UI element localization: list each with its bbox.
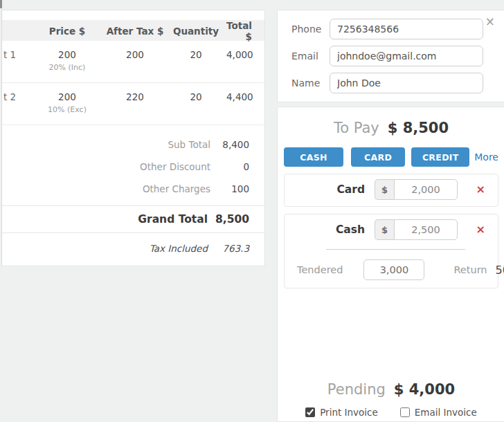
phone-input[interactable] xyxy=(330,19,483,39)
other-charges-value: 100 xyxy=(210,183,264,194)
email-row: Email xyxy=(291,46,504,66)
card-payment-entry: Card $ × xyxy=(284,174,498,207)
email-label: Email xyxy=(291,51,330,62)
item-quantity: 20 xyxy=(165,91,226,125)
remove-cash-icon[interactable]: × xyxy=(476,224,489,235)
invoice-options-row: Print Invoice Email Invoice xyxy=(284,407,498,418)
table-row-item-1: t 1 200 20% (Inc) 200 20 4,000 xyxy=(2,41,264,83)
item-tax-note: 20% (Inc) xyxy=(30,63,105,72)
other-discount-value: 0 xyxy=(210,161,264,172)
tax-included-row: Tax Included 763.3 xyxy=(2,233,264,264)
name-row: Name xyxy=(291,73,504,93)
card-amount-group: $ xyxy=(375,179,458,200)
more-link[interactable]: More xyxy=(474,152,498,163)
summary-row-other-discount: Other Discount 0 xyxy=(2,156,264,178)
scrollbar-notch xyxy=(0,0,2,8)
name-field[interactable] xyxy=(330,73,483,93)
table-row-item-2: t 2 200 10% (Exc) 220 20 4,400 xyxy=(2,83,264,125)
cash-amount-group: $ xyxy=(375,219,458,240)
cash-entry-row: Cash $ × xyxy=(293,219,489,240)
phone-row: Phone xyxy=(291,19,504,39)
pending-row: Pending $ 4,000 xyxy=(284,381,498,398)
email-invoice-label: Email Invoice xyxy=(415,407,477,418)
print-invoice-option: Print Invoice xyxy=(305,407,378,418)
item-total: 4,000 xyxy=(226,49,269,82)
grand-total-value: 8,500 xyxy=(208,213,264,226)
cash-amount-input[interactable] xyxy=(394,219,458,240)
pending-label: Pending xyxy=(327,381,386,398)
item-price-cell: 200 10% (Exc) xyxy=(30,91,105,125)
card-entry-label: Card xyxy=(293,183,375,196)
tax-included-label: Tax Included xyxy=(150,243,208,254)
item-quantity: 20 xyxy=(165,49,226,82)
subtotal-value: 8,400 xyxy=(210,139,264,150)
print-invoice-checkbox[interactable] xyxy=(305,407,315,417)
dollar-prefix: $ xyxy=(375,219,394,240)
to-pay-value: $ 8,500 xyxy=(388,120,449,136)
to-pay-row: To Pay $ 8,500 xyxy=(284,120,498,136)
item-tax-note: 10% (Exc) xyxy=(30,105,105,114)
close-icon[interactable]: × xyxy=(485,16,495,28)
invoice-summary: Sub Total 8,400 Other Discount 0 Other C… xyxy=(2,125,264,205)
subtotal-label: Sub Total xyxy=(168,139,210,150)
invoice-table-header: Price $ After Tax $ Quantity Total $ xyxy=(2,20,264,41)
cash-button[interactable]: CASH xyxy=(284,147,343,167)
email-field[interactable] xyxy=(330,46,483,66)
name-label: Name xyxy=(291,77,330,89)
item-after-tax: 200 xyxy=(105,49,165,82)
grand-total-label: Grand Total xyxy=(138,213,208,226)
other-charges-label: Other Charges xyxy=(143,183,210,194)
card-amount-input[interactable] xyxy=(394,179,458,200)
return-value: 500 xyxy=(496,264,504,277)
email-invoice-option: Email Invoice xyxy=(400,407,477,418)
invoice-panel: Price $ After Tax $ Quantity Total $ t 1… xyxy=(1,10,265,266)
dollar-prefix: $ xyxy=(375,179,394,200)
item-price: 200 xyxy=(30,49,105,60)
item-name: t 1 xyxy=(2,49,30,82)
other-discount-label: Other Discount xyxy=(140,161,210,172)
payment-methods-row: CASH CARD CREDIT More xyxy=(284,147,498,167)
summary-row-other-charges: Other Charges 100 xyxy=(2,178,264,200)
total-column-header: Total $ xyxy=(226,20,267,42)
item-price: 200 xyxy=(30,91,105,102)
price-column-header: Price $ xyxy=(30,26,105,37)
divider xyxy=(326,249,465,250)
after-tax-column-header: After Tax $ xyxy=(105,26,165,37)
tendered-label: Tendered xyxy=(297,264,343,275)
customer-panel: × Phone Email Name xyxy=(277,10,504,102)
tax-included-value: 763.3 xyxy=(208,243,264,254)
to-pay-label: To Pay xyxy=(334,120,379,136)
cash-entry-label: Cash xyxy=(293,223,375,236)
card-button[interactable]: CARD xyxy=(351,147,405,167)
item-name: t 2 xyxy=(2,91,30,125)
print-invoice-label: Print Invoice xyxy=(320,407,378,418)
payment-panel: To Pay $ 8,500 CASH CARD CREDIT More Car… xyxy=(277,107,504,422)
remove-card-icon[interactable]: × xyxy=(476,184,489,195)
quantity-column-header: Quantity xyxy=(165,26,226,37)
credit-button[interactable]: CREDIT xyxy=(411,147,469,167)
phone-label: Phone xyxy=(291,24,330,35)
email-invoice-checkbox[interactable] xyxy=(400,407,410,417)
item-price-cell: 200 20% (Inc) xyxy=(30,49,105,82)
cash-payment-entry: Cash $ × Tendered Return 500 xyxy=(284,214,498,288)
card-entry-row: Card $ × xyxy=(293,179,489,200)
item-total: 4,400 xyxy=(226,91,269,125)
item-after-tax: 220 xyxy=(105,91,165,125)
tendered-row: Tendered Return 500 xyxy=(293,259,489,282)
grand-total-row: Grand Total 8,500 xyxy=(2,205,264,233)
summary-row-subtotal: Sub Total 8,400 xyxy=(2,134,264,156)
return-label: Return xyxy=(453,264,487,275)
pending-value: $ 4,000 xyxy=(394,381,455,398)
tendered-input[interactable] xyxy=(363,259,424,280)
